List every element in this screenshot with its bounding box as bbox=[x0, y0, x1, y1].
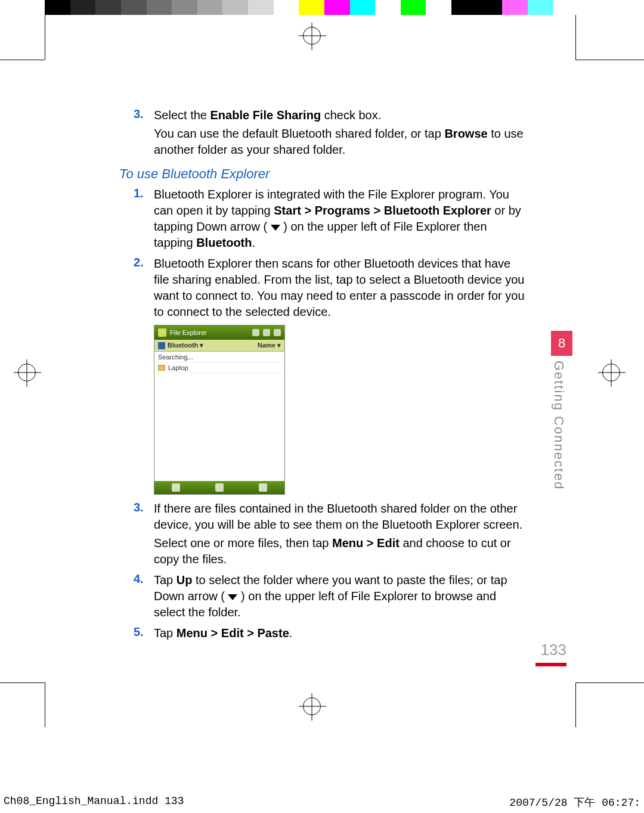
footer-timestamp: 2007/5/28 下午 06:27: bbox=[509, 795, 640, 809]
bluetooth-icon bbox=[158, 342, 165, 349]
step-number: 5. bbox=[134, 625, 154, 641]
crop-mark bbox=[575, 682, 644, 683]
ui-term: Up bbox=[177, 573, 193, 587]
page-content: 3. Select the Enable File Sharing check … bbox=[119, 107, 525, 646]
list-item: 1. Bluetooth Explorer is integrated with… bbox=[134, 187, 525, 251]
close-icon bbox=[274, 329, 281, 336]
step-number: 4. bbox=[134, 572, 154, 620]
crop-mark bbox=[0, 682, 45, 683]
body-text: Tap bbox=[154, 626, 177, 640]
ui-path: Menu > Edit bbox=[332, 536, 400, 550]
list-item: 2. Bluetooth Explorer then scans for oth… bbox=[134, 256, 525, 320]
page-number: 133 bbox=[535, 641, 566, 659]
body-text: . bbox=[289, 626, 293, 640]
ui-term: Browse bbox=[444, 127, 487, 140]
footer-filename: Ch08_English_Manual.indd 133 bbox=[4, 795, 184, 809]
body-text: check box. bbox=[321, 108, 381, 122]
step-number: 2. bbox=[134, 256, 154, 320]
registration-mark-icon bbox=[602, 364, 620, 381]
signal-icon bbox=[252, 329, 259, 336]
device-name: Laptop bbox=[168, 364, 188, 371]
list-item: 3. Select the Enable File Sharing check … bbox=[134, 107, 525, 158]
screenshot-breadcrumb: Bluetooth ▾ Name ▾ bbox=[154, 340, 284, 352]
device-screenshot: File Explorer Bluetooth ▾ Name ▾ Searchi… bbox=[154, 325, 285, 495]
crumb-text: Bluetooth bbox=[168, 342, 198, 349]
registration-mark-icon bbox=[303, 27, 321, 45]
page-number-block: 133 bbox=[535, 641, 566, 666]
body-text: If there are files contained in the Blue… bbox=[154, 502, 522, 531]
folder-icon bbox=[158, 365, 165, 371]
registration-mark-icon bbox=[303, 697, 321, 715]
screenshot-titlebar: File Explorer bbox=[154, 325, 284, 340]
screenshot-bottombar bbox=[154, 481, 284, 494]
crop-mark bbox=[45, 15, 45, 60]
chapter-number-badge: 8 bbox=[551, 331, 572, 356]
screenshot-row: Laptop bbox=[154, 362, 284, 373]
softkey-icon bbox=[259, 483, 267, 492]
body-text: Select the bbox=[154, 108, 210, 122]
ui-term: Bluetooth bbox=[196, 236, 252, 249]
start-icon bbox=[158, 328, 166, 337]
down-arrow-icon bbox=[271, 225, 280, 231]
ui-term: Enable File Sharing bbox=[210, 108, 321, 122]
crop-mark bbox=[575, 15, 576, 60]
chapter-title: Getting Connected bbox=[551, 361, 566, 490]
body-text: You can use the default Bluetooth shared… bbox=[154, 127, 444, 140]
crop-mark bbox=[0, 60, 45, 60]
status-text: Searching... bbox=[158, 353, 193, 361]
ui-path: Menu > Edit > Paste bbox=[177, 626, 289, 640]
list-item: 3. If there are files contained in the B… bbox=[134, 501, 525, 567]
color-calibration-bar bbox=[45, 0, 578, 15]
section-heading: To use Bluetooth Explorer bbox=[119, 166, 525, 182]
ui-path: Start > Programs > Bluetooth Explorer bbox=[274, 204, 491, 217]
screenshot-row: Searching... bbox=[154, 352, 284, 362]
body-text: Tap bbox=[154, 573, 177, 587]
step-number: 3. bbox=[134, 107, 154, 158]
crop-mark bbox=[575, 60, 644, 60]
crop-mark bbox=[575, 682, 576, 727]
body-text: . bbox=[252, 236, 255, 249]
screenshot-title: File Explorer bbox=[170, 329, 207, 336]
page-number-accent bbox=[535, 663, 566, 666]
step-number: 1. bbox=[134, 187, 154, 251]
down-arrow-icon bbox=[228, 594, 237, 600]
volume-icon bbox=[263, 329, 270, 336]
list-item: 5. Tap Menu > Edit > Paste. bbox=[134, 625, 525, 641]
list-item: 4. Tap Up to select the folder where you… bbox=[134, 572, 525, 620]
body-text: Select one or more files, then tap bbox=[154, 536, 332, 550]
registration-mark-icon bbox=[18, 364, 36, 381]
chapter-tab: 8 Getting Connected bbox=[551, 331, 572, 490]
softkey-icon bbox=[172, 483, 180, 492]
crumb-text: Name bbox=[258, 342, 275, 349]
body-text: Bluetooth Explorer then scans for other … bbox=[154, 256, 525, 320]
step-number: 3. bbox=[134, 501, 154, 567]
keyboard-icon bbox=[215, 483, 224, 492]
print-footer: Ch08_English_Manual.indd 133 2007/5/28 下… bbox=[0, 795, 644, 809]
crop-mark bbox=[45, 682, 45, 727]
